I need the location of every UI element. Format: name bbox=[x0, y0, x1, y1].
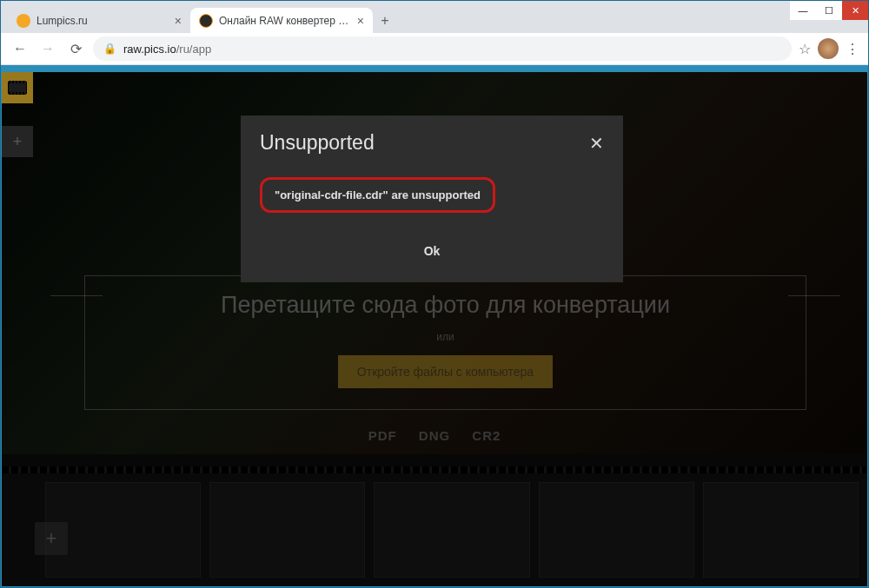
minimize-button[interactable]: — bbox=[790, 1, 816, 20]
browser-tab-lumpics[interactable]: Lumpics.ru × bbox=[8, 8, 190, 33]
browser-menu-icon[interactable]: ⋮ bbox=[846, 41, 859, 57]
window-controls: — ☐ ✕ bbox=[790, 1, 868, 20]
close-window-button[interactable]: ✕ bbox=[842, 1, 868, 20]
browser-tab-rawpics[interactable]: Онлайн RAW конвертер | Обра × bbox=[190, 8, 373, 33]
tab-close-icon[interactable]: × bbox=[175, 14, 182, 28]
favicon-icon bbox=[17, 14, 30, 28]
unsupported-modal: Unsupported ✕ "original-cdr-file.cdr" ar… bbox=[241, 116, 623, 282]
bookmark-star-icon[interactable]: ☆ bbox=[799, 41, 811, 57]
modal-close-icon[interactable]: ✕ bbox=[589, 133, 604, 154]
lock-icon: 🔒 bbox=[103, 43, 116, 55]
tabs-bar: Lumpics.ru × Онлайн RAW конвертер | Обра… bbox=[1, 1, 868, 33]
profile-avatar[interactable] bbox=[818, 38, 839, 59]
tab-close-icon[interactable]: × bbox=[357, 14, 364, 28]
modal-title: Unsupported bbox=[260, 131, 375, 155]
error-highlight-box: "original-cdr-file.cdr" are unsupported bbox=[260, 177, 495, 213]
modal-ok-button[interactable]: Ok bbox=[407, 239, 458, 263]
address-bar: ← → ⟳ 🔒 raw.pics.io/ru/app ☆ ⋮ bbox=[1, 33, 868, 65]
forward-button[interactable]: → bbox=[37, 38, 58, 59]
reload-button[interactable]: ⟳ bbox=[65, 38, 86, 59]
url-path: /ru/app bbox=[176, 43, 211, 56]
new-tab-button[interactable]: + bbox=[373, 9, 397, 33]
tab-title: Онлайн RAW конвертер | Обра bbox=[219, 15, 351, 27]
page-content: + Перетащите сюда фото для конвертации и… bbox=[2, 72, 867, 586]
tab-title: Lumpics.ru bbox=[36, 15, 169, 27]
url-field[interactable]: 🔒 raw.pics.io/ru/app bbox=[93, 36, 792, 61]
maximize-button[interactable]: ☐ bbox=[816, 1, 842, 20]
favicon-icon bbox=[199, 14, 213, 28]
back-button[interactable]: ← bbox=[10, 38, 30, 59]
url-domain: raw.pics.io bbox=[123, 43, 176, 56]
modal-message: "original-cdr-file.cdr" are unsupported bbox=[275, 188, 481, 202]
